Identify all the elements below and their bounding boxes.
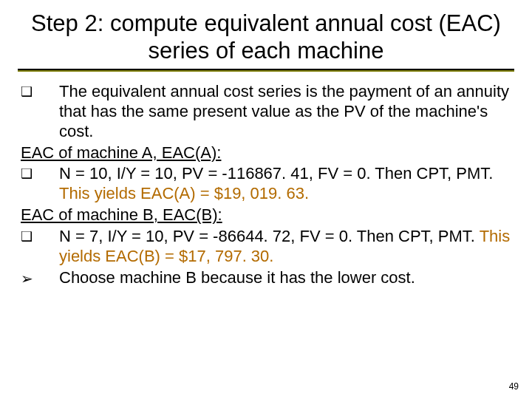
bullet-2-highlight: This yields EAC(A) = $19, 019. 63. bbox=[59, 184, 309, 202]
bullet-item-1: ❑ The equivalent annual cost series is t… bbox=[18, 82, 514, 141]
bullet-text: N = 7, I/Y = 10, PV = -86644. 72, FV = 0… bbox=[59, 227, 514, 267]
slide: Step 2: compute equivalent annual cost (… bbox=[0, 0, 532, 399]
subhead-machine-a: EAC of machine A, EAC(A): bbox=[21, 143, 514, 163]
page-number: 49 bbox=[509, 381, 519, 392]
slide-body: ❑ The equivalent annual cost series is t… bbox=[18, 82, 514, 287]
bullet-text: Choose machine B because it has the lowe… bbox=[59, 268, 514, 288]
bullet-3-pre: N = 7, I/Y = 10, PV = -86644. 72, FV = 0… bbox=[59, 227, 480, 245]
bullet-item-2: ❑ N = 10, I/Y = 10, PV = -116867. 41, FV… bbox=[18, 164, 514, 204]
square-bullet-icon: ❑ bbox=[18, 227, 59, 267]
subhead-machine-b: EAC of machine B, EAC(B): bbox=[21, 205, 514, 225]
square-bullet-icon: ❑ bbox=[18, 82, 59, 141]
slide-title: Step 2: compute equivalent annual cost (… bbox=[18, 10, 514, 64]
bullet-text: The equivalent annual cost series is the… bbox=[59, 82, 514, 141]
bullet-item-4: ➢ Choose machine B because it has the lo… bbox=[18, 268, 514, 288]
square-bullet-icon: ❑ bbox=[18, 164, 59, 204]
bullet-2-pre: N = 10, I/Y = 10, PV = -116867. 41, FV =… bbox=[59, 164, 493, 183]
bullet-text: N = 10, I/Y = 10, PV = -116867. 41, FV =… bbox=[59, 164, 514, 204]
arrow-bullet-icon: ➢ bbox=[18, 268, 59, 288]
bullet-item-3: ❑ N = 7, I/Y = 10, PV = -86644. 72, FV =… bbox=[18, 227, 514, 267]
title-underline bbox=[18, 69, 514, 72]
